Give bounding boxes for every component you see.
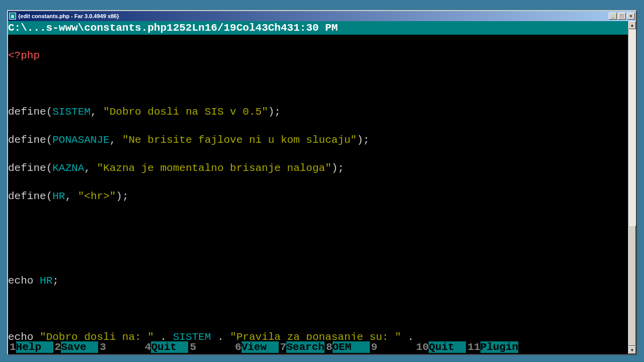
editor-column: C:\...s-www\constants.php 1252 Ln 16/19 … [8,21,628,354]
kw-echo: echo [8,275,33,287]
kw-define: define [8,106,46,118]
function-key-bar: 1Help 2Save 3 4Quit 5 6View 7Search 8OEM… [8,340,628,354]
status-time: 1:30 PM [293,22,338,34]
minimize-button[interactable]: _ [609,13,617,20]
main-area: C:\...s-www\constants.php 1252 Ln 16/19 … [8,21,636,354]
fn-f4[interactable]: 4Quit [143,340,189,354]
fn-f6[interactable]: 6View [233,340,279,354]
status-ln-label: Ln [192,22,204,34]
status-bar: C:\...s-www\constants.php 1252 Ln 16/19 … [8,21,628,35]
status-size: 1252 [167,22,192,34]
fn-f5[interactable]: 5 [188,340,233,354]
window-title: {edit constants.php - Far 3.0.4949 x86} [18,13,608,19]
fn-f7[interactable]: 7Search [279,340,325,354]
fn-f8[interactable]: 8OEM [325,340,370,354]
scrollbar-track[interactable] [628,29,636,346]
close-button[interactable]: × [627,13,635,20]
status-path: C:\...s-www\constants.php [8,22,167,34]
const-kazna: KAZNA [52,162,84,174]
fn-f1[interactable]: 1Help [8,340,53,354]
str-literal: "Dobro dosli na: " [40,331,154,340]
fn-f2[interactable]: 2Save [53,340,99,354]
fn-f3[interactable]: 3 [98,340,143,354]
fn-f10[interactable]: 10Quit [415,340,466,354]
php-open-tag: <?php [8,50,40,61]
str-literal: "Dobro dosli na SIS v 0.5" [103,106,268,118]
status-ch: 43 [281,22,293,34]
fn-f11[interactable]: 11Plugin [466,340,518,354]
str-literal: "Kazna je momentalno brisanje naloga" [97,162,331,174]
str-literal: "Pravila za ponasanje su: " [230,331,401,340]
scrollbar-thumb[interactable] [628,225,636,346]
scroll-up-icon[interactable]: ▲ [628,21,636,29]
status-col-label: Col [236,22,256,34]
status-ch-label: Ch [268,22,281,34]
const-hr: HR [52,191,65,202]
status-col: 43 [256,22,268,34]
vertical-scrollbar[interactable]: ▲ ▼ [628,21,636,354]
maximize-button[interactable]: □ [618,13,626,20]
fn-f9[interactable]: 9 [370,340,415,354]
app-window: ▦ {edit constants.php - Far 3.0.4949 x86… [7,10,637,355]
str-literal: "Ne brisite fajlove ni u kom slucaju" [122,134,357,146]
titlebar: ▦ {edit constants.php - Far 3.0.4949 x86… [8,11,636,21]
status-ln: 16/19 [205,22,236,34]
const-sistem: SISTEM [52,106,91,118]
const-ponasanje: PONASANJE [52,134,109,146]
str-literal: "<hr>" [78,191,116,202]
app-icon: ▦ [9,13,16,20]
code-editor[interactable]: <?php define(SISTEM, "Dobro dosli na SIS… [8,35,628,340]
scroll-down-icon[interactable]: ▼ [628,346,636,354]
